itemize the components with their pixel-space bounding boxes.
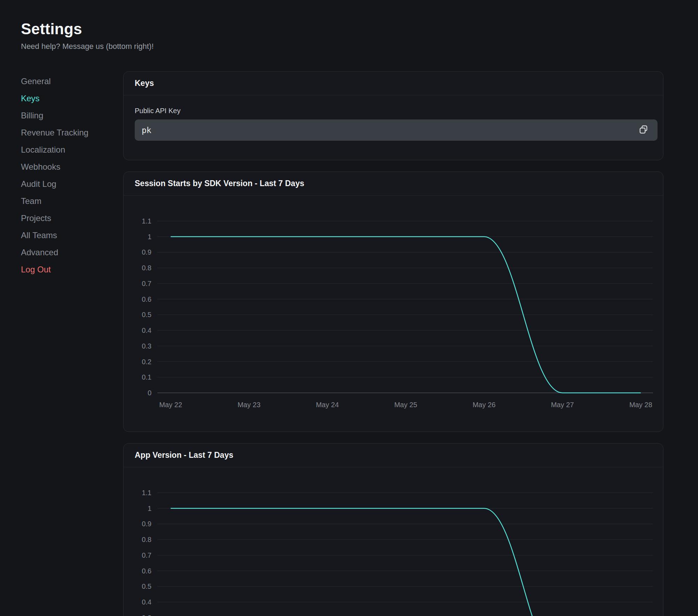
- svg-text:0.9: 0.9: [142, 248, 151, 256]
- settings-sidebar: General Keys Billing Revenue Tracking Lo…: [21, 71, 123, 278]
- svg-text:May 24: May 24: [316, 401, 339, 409]
- copy-icon: [638, 124, 649, 136]
- app-version-chart-header: App Version - Last 7 Days: [124, 443, 663, 467]
- sidebar-item-advanced[interactable]: Advanced: [21, 244, 58, 261]
- sidebar-item-keys[interactable]: Keys: [21, 90, 39, 107]
- session-starts-chart-header: Session Starts by SDK Version - Last 7 D…: [124, 172, 663, 196]
- keys-card: Keys Public API Key: [123, 71, 663, 160]
- svg-text:May 22: May 22: [159, 401, 182, 409]
- sidebar-item-localization[interactable]: Localization: [21, 141, 65, 158]
- svg-text:1: 1: [148, 233, 151, 241]
- svg-text:0.6: 0.6: [142, 567, 151, 575]
- svg-text:0.9: 0.9: [142, 520, 151, 528]
- sidebar-item-projects[interactable]: Projects: [21, 210, 51, 227]
- svg-text:0.4: 0.4: [142, 598, 151, 606]
- session-starts-chart-title: Session Starts by SDK Version - Last 7 D…: [135, 179, 304, 188]
- app-version-chart-title: App Version - Last 7 Days: [135, 450, 233, 460]
- sidebar-item-webhooks[interactable]: Webhooks: [21, 158, 60, 175]
- svg-text:0.5: 0.5: [142, 311, 151, 318]
- sidebar-item-audit-log[interactable]: Audit Log: [21, 175, 56, 192]
- sidebar-item-general[interactable]: General: [21, 73, 51, 90]
- keys-card-body: Public API Key: [124, 95, 663, 160]
- sidebar-item-team[interactable]: Team: [21, 192, 42, 210]
- sidebar-item-billing[interactable]: Billing: [21, 107, 43, 124]
- settings-content: Keys Public API Key: [123, 71, 663, 616]
- svg-text:May 23: May 23: [238, 401, 261, 409]
- public-api-key-input[interactable]: [135, 119, 658, 141]
- svg-text:May 28: May 28: [629, 401, 652, 409]
- svg-text:0.4: 0.4: [142, 327, 151, 334]
- public-api-key-field: [135, 119, 658, 141]
- public-api-key-label: Public API Key: [135, 107, 658, 115]
- session-starts-chart: 00.10.20.30.40.50.60.70.80.911.1May 22Ma…: [124, 196, 663, 432]
- copy-api-key-button[interactable]: [637, 123, 651, 137]
- svg-text:1.1: 1.1: [142, 217, 151, 225]
- svg-text:0.8: 0.8: [142, 536, 151, 543]
- page-title: Settings: [21, 20, 663, 38]
- session-starts-chart-body: 00.10.20.30.40.50.60.70.80.911.1May 22Ma…: [124, 196, 663, 432]
- app-version-chart: 00.10.20.30.40.50.60.70.80.911.1May 22Ma…: [124, 467, 663, 616]
- svg-text:May 25: May 25: [394, 401, 417, 409]
- svg-text:0.2: 0.2: [142, 358, 151, 366]
- settings-page: Settings Need help? Message us (bottom r…: [0, 0, 698, 616]
- sidebar-item-all-teams[interactable]: All Teams: [21, 227, 57, 244]
- svg-text:0.3: 0.3: [142, 342, 151, 350]
- session-starts-chart-card: Session Starts by SDK Version - Last 7 D…: [123, 171, 663, 432]
- app-version-chart-card: App Version - Last 7 Days 00.10.20.30.40…: [123, 443, 663, 616]
- svg-text:0.7: 0.7: [142, 551, 151, 559]
- svg-text:0.7: 0.7: [142, 280, 151, 287]
- keys-card-header: Keys: [124, 72, 663, 95]
- svg-text:0.5: 0.5: [142, 582, 151, 590]
- svg-text:1: 1: [148, 505, 151, 512]
- svg-text:May 26: May 26: [473, 401, 496, 409]
- svg-text:1.1: 1.1: [142, 489, 151, 497]
- sidebar-item-log-out[interactable]: Log Out: [21, 261, 51, 278]
- page-subtitle: Need help? Message us (bottom right)!: [21, 42, 663, 51]
- svg-text:0.1: 0.1: [142, 373, 151, 381]
- keys-card-title: Keys: [135, 79, 154, 88]
- svg-text:0.8: 0.8: [142, 264, 151, 272]
- app-version-chart-body: 00.10.20.30.40.50.60.70.80.911.1May 22Ma…: [124, 467, 663, 616]
- svg-text:0.6: 0.6: [142, 295, 151, 303]
- svg-text:May 27: May 27: [551, 401, 574, 409]
- svg-text:0.3: 0.3: [142, 614, 151, 616]
- sidebar-item-revenue-tracking[interactable]: Revenue Tracking: [21, 124, 88, 141]
- svg-text:0: 0: [148, 389, 151, 397]
